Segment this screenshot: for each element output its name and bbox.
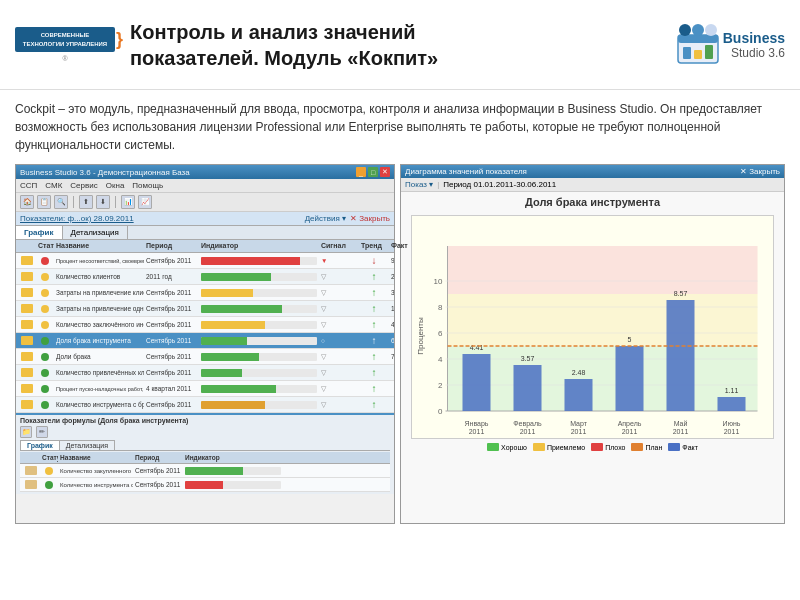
mini-tab-graphic[interactable]: График xyxy=(20,440,60,450)
legend-label-plan: План xyxy=(645,444,662,451)
page-title: Контроль и анализ значений показателей. … xyxy=(130,19,658,71)
close-nav-button[interactable]: ✕ Закрыть xyxy=(350,214,390,223)
table-row[interactable]: Затраты на привлечение одного клиента Се… xyxy=(16,301,394,317)
cell-name: Количество заключённого инструмента xyxy=(54,320,144,329)
table-row-highlighted[interactable]: Доля брака инструмента Сентябрь 2011 ○ ↑… xyxy=(16,333,394,349)
legend-fact: Факт xyxy=(668,443,698,451)
nav-breadcrumb[interactable]: Показатели: ф...ок) 28.09.2011 xyxy=(20,214,134,223)
cell-signal: ▽ xyxy=(319,400,359,410)
toolbar-icon-4[interactable]: ⬆ xyxy=(79,195,93,209)
toolbar-icon-5[interactable]: ⬇ xyxy=(96,195,110,209)
mini-cell-name: Количество закупленного инструмента xyxy=(58,467,133,475)
cell-status xyxy=(36,288,54,298)
cell-status xyxy=(36,352,54,362)
cell-indicator xyxy=(199,400,319,410)
menu-ssp[interactable]: ССП xyxy=(20,181,37,190)
cell-period: 2011 год xyxy=(144,272,199,281)
cell-name: Затраты на привлечение одного клиента xyxy=(54,304,144,313)
svg-text:Май: Май xyxy=(674,420,688,427)
toolbar-separator: | xyxy=(437,180,439,189)
formula-tool-1[interactable]: 📁 xyxy=(20,426,32,438)
mini-th-status: Статус xyxy=(40,453,58,462)
mini-th-folder xyxy=(22,453,40,462)
toolbar-icon-1[interactable]: 🏠 xyxy=(20,195,34,209)
table-header: Статус ☆ Название Период Индикатор Сигна… xyxy=(16,240,394,253)
cell-period: Сентябрь 2011 xyxy=(144,400,199,409)
svg-text:2: 2 xyxy=(438,381,443,390)
legend-label-acceptable: Приемлемо xyxy=(547,444,585,451)
toolbar-icon-7[interactable]: 📈 xyxy=(138,195,152,209)
svg-text:2011: 2011 xyxy=(622,428,638,435)
toolbar-icon-3[interactable]: 🔍 xyxy=(54,195,68,209)
th-trend: Тренд xyxy=(359,241,389,251)
cell-period: 4 квартал 2011 xyxy=(144,384,199,393)
tab-graphic[interactable]: График xyxy=(16,226,63,239)
cell-folder xyxy=(18,303,36,314)
svg-point-4 xyxy=(705,24,717,36)
legend-color-fact xyxy=(668,443,680,451)
svg-rect-1 xyxy=(678,35,718,43)
svg-rect-26 xyxy=(463,354,491,411)
mini-tab-detail[interactable]: Детализация xyxy=(60,440,115,450)
mini-th-period: Период xyxy=(133,453,183,462)
logo-area: СОВРЕМЕННЫЕ ТЕХНОЛОГИИ УПРАВЛЕНИЯ } ® xyxy=(15,27,115,62)
logo-registered: ® xyxy=(62,55,67,62)
formula-tool-2[interactable]: ✏ xyxy=(36,426,48,438)
table-row[interactable]: Количество клиентов 2011 год ▽ ↑ 295 xyxy=(16,269,394,285)
bar-chart-svg: 0 2 4 6 8 10 Проценты xyxy=(412,216,773,436)
svg-text:Апрель: Апрель xyxy=(618,420,642,428)
menu-service[interactable]: Сервис xyxy=(70,181,97,190)
cell-status xyxy=(36,304,54,314)
cell-status xyxy=(36,368,54,378)
cell-indicator xyxy=(199,272,319,282)
mini-th-indicator: Индикатор xyxy=(183,453,283,462)
legend-bad: Плохо xyxy=(591,443,625,451)
show-label[interactable]: Показ ▾ xyxy=(405,180,433,189)
actions-button[interactable]: Действия ▾ xyxy=(305,214,346,223)
minimize-button[interactable]: _ xyxy=(356,167,366,177)
title-area: Контроль и анализ значений показателей. … xyxy=(130,19,658,71)
svg-rect-7 xyxy=(705,45,713,59)
cell-signal: ▽ xyxy=(319,288,359,298)
svg-text:10: 10 xyxy=(434,277,443,286)
chart-close-button[interactable]: ✕ Закрыть xyxy=(740,167,780,176)
formula-title: Показатели формулы (Доля брака инструмен… xyxy=(20,417,390,424)
tab-detail[interactable]: Детализация xyxy=(63,226,128,239)
mini-table-row[interactable]: Количество закупленного инструмента Сент… xyxy=(20,464,390,478)
mini-table-header: Статус Название Период Индикатор xyxy=(20,452,390,464)
menu-windows[interactable]: Окна xyxy=(106,181,125,190)
cell-folder xyxy=(18,271,36,282)
table-row[interactable]: Количество заключённого инструмента Сент… xyxy=(16,317,394,333)
table-row[interactable]: Количество инструмента с браком Сентябрь… xyxy=(16,397,394,413)
brand-text: Business Studio 3.6 xyxy=(723,30,785,60)
cell-folder xyxy=(18,287,36,298)
table-row[interactable]: Затраты на привлечение клиентов Сентябрь… xyxy=(16,285,394,301)
legend-color-good xyxy=(487,443,499,451)
window-close-button[interactable]: ✕ xyxy=(380,167,390,177)
maximize-button[interactable]: □ xyxy=(368,167,378,177)
legend-good: Хорошо xyxy=(487,443,527,451)
cell-signal: ▽ xyxy=(319,320,359,330)
svg-text:5: 5 xyxy=(628,336,632,343)
mini-cell-folder xyxy=(22,479,40,490)
cell-period: Сентябрь 2011 xyxy=(144,336,199,345)
cell-period: Сентябрь 2011 xyxy=(144,368,199,377)
svg-rect-5 xyxy=(683,47,691,59)
table-row[interactable]: Доли брака Сентябрь 2011 ▽ ↑ 7.69 xyxy=(16,349,394,365)
svg-text:2011: 2011 xyxy=(673,428,689,435)
mini-table-row[interactable]: Количество инструмента с браком Сентябрь… xyxy=(20,478,390,492)
cell-name: Количество инструмента с браком xyxy=(54,400,144,409)
table-row[interactable]: Процент несоответствий, своевременно дов… xyxy=(16,253,394,269)
table-row[interactable]: Количество привлечённых клиентов Сентябр… xyxy=(16,365,394,381)
menu-help[interactable]: Помощь xyxy=(132,181,163,190)
cell-signal: ○ xyxy=(319,336,359,345)
cell-fact: 295 xyxy=(389,272,394,281)
cell-fact: 7.69 xyxy=(389,352,394,361)
screenshot-area: Business Studio 3.6 - Демонстрационная Б… xyxy=(0,164,800,534)
menu-smk[interactable]: СМК xyxy=(45,181,62,190)
chart-toolbar: Показ ▾ | Период 01.01.2011-30.06.2011 xyxy=(401,178,784,192)
toolbar-icon-6[interactable]: 📊 xyxy=(121,195,135,209)
description-text: Cockpit – это модуль, предназначенный дл… xyxy=(0,90,800,164)
toolbar-icon-2[interactable]: 📋 xyxy=(37,195,51,209)
table-row[interactable]: Процент пуско-наладочных работ, выполнен… xyxy=(16,381,394,397)
